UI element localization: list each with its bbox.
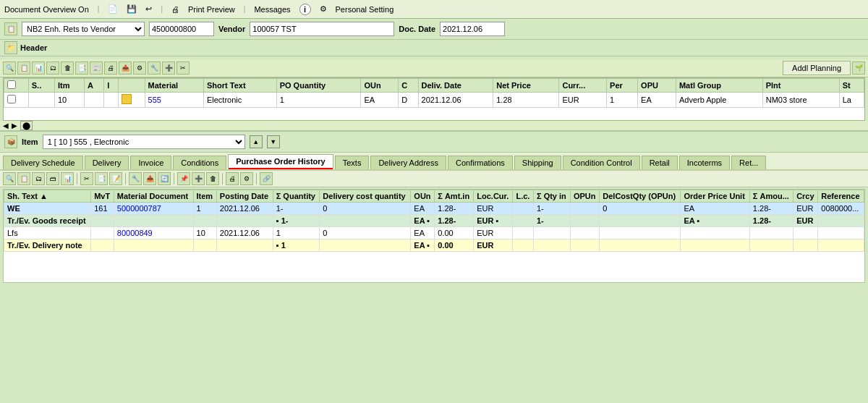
detail-icon-4[interactable]: 🗃 xyxy=(46,172,59,185)
detail-icon-1[interactable]: 🔍 xyxy=(3,172,16,185)
vendor-input[interactable] xyxy=(250,22,394,36)
col-deliv-date: Deliv. Date xyxy=(418,79,493,93)
grid-icon-6[interactable]: 📑 xyxy=(75,61,88,75)
table-row[interactable]: WE 161 5000000787 1 2021.12.06 1- 0 EA 1… xyxy=(4,203,864,215)
cell-opu-lfs xyxy=(681,227,749,239)
tab-retail[interactable]: Retail xyxy=(642,156,678,169)
detail-table-container: Sh. Text ▲ MvT Material Document Item Po… xyxy=(3,189,865,283)
grid-icon-3[interactable]: 📊 xyxy=(32,61,45,75)
grid-icon-8[interactable]: 🖨 xyxy=(104,61,117,75)
cell-dcop-dn xyxy=(600,239,681,252)
grid-icon-10[interactable]: ⚙ xyxy=(133,61,146,75)
cell-lc-lfs xyxy=(513,227,534,239)
detail-icon-8[interactable]: 📝 xyxy=(109,172,122,185)
tab-delivery[interactable]: Delivery xyxy=(85,156,129,169)
cell-crcy-lfs xyxy=(793,227,818,239)
print-preview-label[interactable]: Print Preview xyxy=(188,5,235,14)
row-check[interactable] xyxy=(4,93,29,108)
row-folder-icon xyxy=(118,93,145,108)
grid-icon-2[interactable]: 📋 xyxy=(17,61,30,75)
grid-icon-5[interactable]: 🗑 xyxy=(61,61,74,75)
cell-amt-lfs: 0.00 xyxy=(435,227,474,239)
detail-icon-14[interactable]: 🗑 xyxy=(206,172,219,185)
detail-icon-12[interactable]: 📌 xyxy=(177,172,190,185)
po-items-table: S.. Itm A I Material Short Text PO Quant… xyxy=(4,78,864,108)
cell-ref-lfs xyxy=(818,227,864,239)
new-doc-icon[interactable]: 📄 xyxy=(108,4,118,14)
doc-type-select[interactable]: NB2 Enh. Rets to Vendor xyxy=(22,22,145,36)
doc-date-input[interactable] xyxy=(440,22,505,36)
cell-cur-lfs: EUR xyxy=(474,227,513,239)
grid-icon-4[interactable]: 🗂 xyxy=(46,61,59,75)
scroll-left[interactable]: ◀ xyxy=(3,122,9,130)
tab-delivery-schedule[interactable]: Delivery Schedule xyxy=(3,156,83,169)
detail-icon-5[interactable]: 📊 xyxy=(61,172,74,185)
save-icon[interactable]: 💾 xyxy=(127,4,137,14)
col-matl-group: Matl Group xyxy=(676,79,762,93)
col-a: A xyxy=(84,79,103,93)
grid-icon-7[interactable]: 📰 xyxy=(90,61,103,75)
addl-planning-btn[interactable]: Addl Planning xyxy=(783,61,851,75)
mat-doc-lfs-link[interactable]: 80000849 xyxy=(117,229,153,237)
mat-doc-link[interactable]: 5000000787 xyxy=(117,204,161,213)
tab-purchase-order-history[interactable]: Purchase Order History xyxy=(228,154,333,169)
col-oun2: OUn xyxy=(411,190,435,203)
row-plnt: NM03 store xyxy=(762,93,839,108)
col-plnt: Plnt xyxy=(762,79,839,93)
detail-icon-9[interactable]: 🔧 xyxy=(129,172,142,185)
tab-ret[interactable]: Ret... xyxy=(731,156,766,169)
scroll-handle[interactable]: ⬤ xyxy=(20,121,33,130)
detail-icon-11[interactable]: 🔄 xyxy=(158,172,171,185)
detail-icon-7[interactable]: 📑 xyxy=(95,172,108,185)
detail-icon-16[interactable]: ⚙ xyxy=(240,172,253,185)
col-amt-in: Σ Amt.in xyxy=(435,190,474,203)
nav-down-btn[interactable]: ▼ xyxy=(267,135,280,148)
detail-toolbar: 🔍 📋 🗂 🗃 📊 ✂ 📑 📝 🔧 📤 🔄 📌 ➕ 🗑 🖨 ⚙ 🔗 xyxy=(0,171,868,187)
print-preview-btn[interactable]: 🖨 xyxy=(171,5,179,14)
detail-icon-6[interactable]: ✂ xyxy=(80,172,93,185)
detail-icon-3[interactable]: 🗂 xyxy=(32,172,45,185)
info-icon[interactable]: i xyxy=(299,4,311,15)
tab-incoterms[interactable]: Incoterms xyxy=(679,156,730,169)
doc-number-input[interactable] xyxy=(149,22,214,36)
personal-setting-btn[interactable]: Personal Setting xyxy=(336,5,394,14)
col-crcy: Crcy xyxy=(793,190,818,203)
detail-icon-10[interactable]: 📤 xyxy=(143,172,156,185)
cell-post-lfs: 2021.12.06 xyxy=(216,227,273,239)
detail-icon-2[interactable]: 📋 xyxy=(17,172,30,185)
nav-up-btn[interactable]: ▲ xyxy=(250,135,263,148)
item-select[interactable]: 1 [ 10 ] 555 , Electronic xyxy=(43,135,245,149)
back-icon[interactable]: ↩ xyxy=(145,4,152,14)
grid-icon-9[interactable]: 📤 xyxy=(119,61,132,75)
detail-icon-15[interactable]: 🖨 xyxy=(226,172,239,185)
col-opun: OPUn xyxy=(570,190,599,203)
cell-del-cost-qty: 0 xyxy=(320,203,411,215)
row-matl-group: Adverb Apple xyxy=(676,93,762,108)
tab-invoice[interactable]: Invoice xyxy=(130,156,171,169)
grid-icon-1[interactable]: 🔍 xyxy=(3,61,16,75)
detail-icon-17[interactable]: 🔗 xyxy=(260,172,273,185)
tab-delivery-address[interactable]: Delivery Address xyxy=(370,156,446,169)
tab-confirmations[interactable]: Confirmations xyxy=(448,156,513,169)
settings-icon[interactable]: ⚙ xyxy=(320,4,327,14)
cell-mvt: 161 xyxy=(91,203,114,215)
grid-icon-13[interactable]: ✂ xyxy=(176,61,190,75)
grid-icon-plant[interactable]: 🌱 xyxy=(852,61,865,75)
table-row[interactable]: 10 555 Electronic 1 EA D 2021.12.06 1.28… xyxy=(4,93,864,108)
cell-item-lfs: 10 xyxy=(193,227,216,239)
grid-icon-12[interactable]: ➕ xyxy=(162,61,175,75)
table-row[interactable]: Lfs 80000849 10 2021.12.06 1 0 EA 0.00 E… xyxy=(4,227,864,239)
tab-conditions[interactable]: Conditions xyxy=(173,156,226,169)
cell-crcy: EUR xyxy=(793,203,818,215)
grid-icon-11[interactable]: 🔧 xyxy=(148,61,161,75)
messages-btn[interactable]: Messages xyxy=(254,5,290,14)
select-all-checkbox[interactable] xyxy=(7,80,16,89)
tab-shipping[interactable]: Shipping xyxy=(514,156,561,169)
tab-condition-control[interactable]: Condition Control xyxy=(563,156,640,169)
detail-icon-13[interactable]: ➕ xyxy=(192,172,205,185)
cell-crcy-dn xyxy=(793,239,818,252)
doc-overview-btn[interactable]: Document Overview On xyxy=(4,5,89,14)
tab-texts[interactable]: Texts xyxy=(335,156,370,169)
scroll-right[interactable]: ▶ xyxy=(12,122,17,130)
col-short-text: Short Text xyxy=(203,79,276,93)
